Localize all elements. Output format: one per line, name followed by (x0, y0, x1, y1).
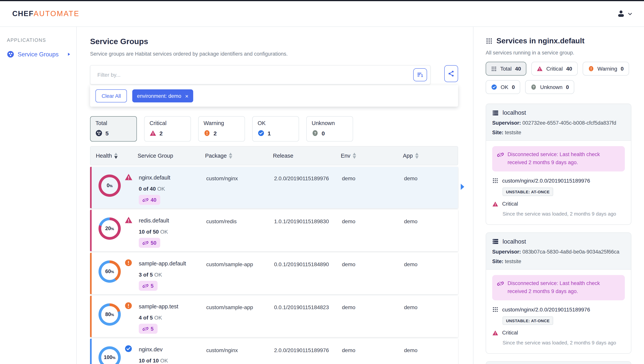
column-label: Health (96, 153, 112, 159)
filter-input[interactable] (96, 71, 413, 78)
status-card-count: 2 (214, 130, 217, 136)
package-cell: custom/nginx (206, 167, 274, 208)
clear-all-button[interactable]: Clear All (96, 89, 127, 102)
service-card: localhost Supervisor: 002732ee-6557-405c… (486, 104, 631, 225)
service-group-row[interactable]: 100% nginx.dev 10 of 10 OK 10 custom/ngi… (90, 339, 458, 364)
column-header[interactable]: Health (96, 153, 138, 159)
package-line: custom/nginx/2.0.0/20190115189976 (492, 306, 625, 312)
table-header: Health Service Group Package Release Env… (90, 146, 458, 165)
broken-link-icon (142, 240, 148, 246)
pill-label: Warning (598, 66, 617, 72)
unknown-icon: ? (312, 130, 318, 137)
warning-icon (124, 259, 132, 294)
status-filter-card[interactable]: Total ? 5 (90, 116, 137, 142)
service-group-name: sample-app.test (139, 296, 206, 309)
service-card-body: Disconnected service: Last health check … (486, 270, 631, 353)
sort-arrows-icon[interactable] (114, 153, 118, 159)
disconnected-count-chip: 5 (139, 281, 157, 291)
user-menu[interactable] (617, 10, 632, 18)
status-filter-card[interactable]: Unknown ? 0 (306, 116, 353, 142)
column-label: Package (205, 153, 227, 159)
health-donut: 20% (98, 217, 121, 240)
release-cell: 1.0.1/20190115189830 (274, 210, 342, 251)
status-filter-card[interactable]: Warning ? 2 (198, 116, 245, 142)
service-group-cell: sample-app.test 4 of 5 OK 5 (139, 296, 206, 337)
health-cell: 100% (97, 339, 139, 364)
sort-arrows-icon[interactable] (353, 153, 356, 159)
service-group-row[interactable]: 0% nginx.default 0 of 40 OK 40 custom/ng… (90, 167, 458, 208)
sidebar: APPLICATIONS Service Groups (0, 27, 77, 364)
ok-icon (258, 130, 264, 137)
health-donut: 80% (98, 303, 121, 326)
health-status-line: Critical (492, 201, 625, 207)
env-cell: demo (342, 296, 404, 337)
server-icon (492, 110, 499, 116)
pill-count: 40 (515, 66, 521, 72)
disconnected-count-chip: 50 (139, 238, 160, 248)
chevron-right-icon[interactable] (67, 52, 71, 56)
services-grid-icon (491, 66, 497, 72)
chevron-right-icon[interactable] (460, 184, 465, 190)
package-cell: custom/nginx (206, 339, 274, 364)
chef-automate-app: CHEF AUTOMATE APPLICATIONS Service Group… (0, 0, 644, 364)
service-group-name: redis.default (139, 210, 206, 224)
service-status-pill[interactable]: ? Unknown 0 (525, 80, 574, 94)
share-button[interactable] (444, 65, 458, 82)
close-icon[interactable]: × (185, 93, 188, 99)
column-header[interactable]: Package (205, 153, 273, 159)
service-group-row[interactable]: 20% redis.default 10 of 50 OK 50 custom/… (90, 210, 458, 251)
service-card-body: Disconnected service: Last health check … (486, 141, 631, 224)
ok-icon (491, 84, 497, 90)
host-name: localhost (502, 238, 526, 245)
filter-count-button[interactable]: 1 (413, 68, 427, 81)
update-strategy-badge: UNSTABLE: AT-ONCE (502, 188, 553, 196)
package-cell: custom/redis (206, 210, 274, 251)
service-card-header: localhost Supervisor: 002732ee-6557-405c… (486, 104, 631, 141)
status-filter-card[interactable]: OK ? 1 (252, 116, 299, 142)
svg-text:?: ? (314, 131, 316, 135)
broken-link-icon (497, 152, 504, 158)
site-line: Site: testsite (492, 130, 625, 135)
ok-ratio: 10 of 10 OK (139, 357, 206, 363)
service-status-pill[interactable]: ? Total 40 (486, 62, 526, 76)
ok-ratio: 0 of 40 OK (139, 186, 206, 192)
column-label: Env (341, 153, 350, 159)
service-group-name: sample-app.default (139, 253, 206, 267)
service-group-cell: nginx.dev 10 of 10 OK 10 (139, 339, 206, 364)
status-card-label: Unknown (312, 120, 348, 126)
host-name: localhost (502, 109, 526, 116)
service-status-pill[interactable]: ? Warning 0 (582, 62, 629, 76)
status-filter-card[interactable]: Critical ? 2 (144, 116, 191, 142)
critical-icon (124, 216, 133, 251)
env-cell: demo (342, 253, 404, 294)
service-status-pill[interactable]: ? Critical 40 (531, 62, 578, 76)
site-line: Site: testsite (492, 258, 625, 264)
service-card: localhost Supervisor: 0c0a6b1f-f9f2-4fe6… (486, 361, 631, 364)
services-grid-icon (492, 178, 498, 184)
critical-icon (124, 173, 133, 208)
column-header[interactable]: App (403, 153, 458, 159)
sort-arrows-icon[interactable] (229, 153, 232, 159)
broken-link-icon (142, 326, 148, 331)
service-group-cell: redis.default 10 of 50 OK 50 (139, 210, 206, 251)
status-card-count: 0 (322, 130, 325, 136)
service-group-row[interactable]: 60% sample-app.default 3 of 5 OK 5 custo… (90, 253, 458, 294)
health-status-line: Critical (492, 330, 625, 336)
sort-arrows-icon[interactable] (415, 153, 418, 159)
chef-automate-logo[interactable]: CHEF AUTOMATE (12, 10, 80, 18)
user-icon (617, 10, 625, 18)
service-group-row[interactable]: 80% sample-app.test 4 of 5 OK 5 custom/s… (90, 296, 458, 337)
column-header[interactable]: Release (273, 153, 341, 159)
ok-ratio: 3 of 5 OK (139, 272, 206, 278)
filter-chip[interactable]: environment: demo × (132, 89, 193, 102)
release-cell: 2.0.0/20190115189976 (274, 167, 342, 208)
services-grid-icon (492, 306, 498, 312)
service-card-header: localhost Supervisor: 083b07ca-5830-4a8d… (486, 233, 631, 270)
sidebar-item-service-groups[interactable]: Service Groups (7, 51, 71, 58)
disconnected-notice: Disconnected service: Last health check … (492, 275, 625, 300)
release-cell: 0.0.1/20190115184890 (274, 253, 342, 294)
column-header[interactable]: Service Group (138, 153, 205, 159)
column-header[interactable]: Env (341, 153, 403, 159)
service-status-pill[interactable]: ? OK 0 (486, 80, 520, 94)
supervisor-line: Supervisor: 002732ee-6557-405c-b008-cfcf… (492, 120, 625, 126)
